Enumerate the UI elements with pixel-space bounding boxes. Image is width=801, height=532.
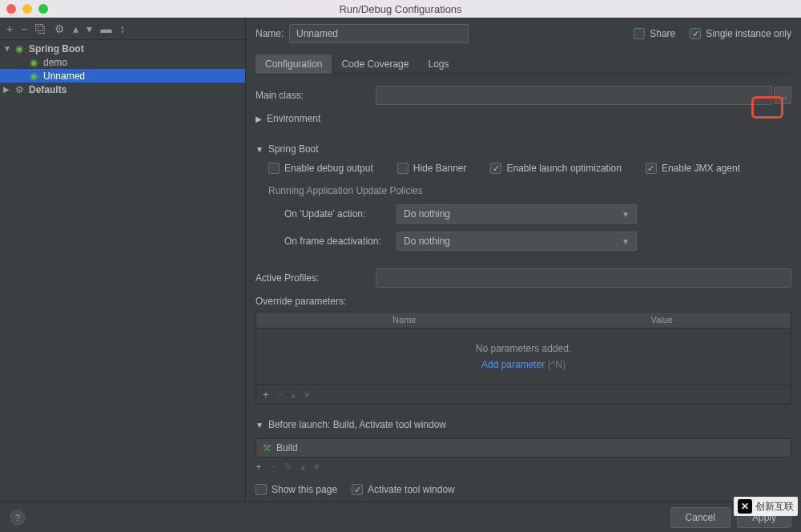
watermark: ✕创新互联: [734, 497, 798, 516]
params-table: Name Value No parameters added. Add para…: [256, 312, 791, 405]
remove-icon[interactable]: −: [21, 22, 27, 35]
build-icon: ⚒: [263, 442, 272, 453]
on-update-value: Do nothing: [404, 208, 450, 220]
copy-icon[interactable]: ⿻: [35, 22, 46, 35]
tree-label: Defaults: [29, 84, 66, 95]
environment-label: Environment: [267, 113, 320, 124]
activate-tool-label: Activate tool window: [368, 484, 455, 495]
chevron-down-icon: ▼: [622, 210, 630, 219]
config-tree: ▼ Spring Boot demo Unnamed ▶ Defaults: [0, 40, 245, 96]
tree-item-label: demo: [43, 57, 67, 68]
remove-icon[interactable]: −: [277, 389, 284, 401]
active-profiles-label: Active Profiles:: [256, 272, 328, 284]
spring-boot-section[interactable]: ▼ Spring Boot: [256, 143, 791, 155]
show-page-checkbox[interactable]: Show this page: [256, 484, 337, 495]
chevron-down-icon: ▼: [622, 237, 630, 246]
update-policies-label: Running Application Update Policies: [268, 185, 791, 196]
main-class-label: Main class:: [256, 90, 376, 101]
down-icon[interactable]: ▾: [304, 389, 310, 401]
add-param-hint: (^N): [548, 359, 566, 370]
col-value: Value: [533, 312, 791, 328]
no-params-text: No parameters added.: [271, 343, 776, 354]
tree-defaults[interactable]: ▶ Defaults: [0, 83, 245, 96]
tabs: Configuration Code Coverage Logs: [256, 54, 791, 75]
down-icon[interactable]: ▾: [87, 22, 92, 35]
enable-launch-checkbox[interactable]: Enable launch optimization: [490, 163, 621, 174]
up-icon[interactable]: ▴: [300, 461, 306, 473]
spring-icon: [27, 70, 40, 83]
expand-icon[interactable]: ▼: [3, 44, 13, 53]
chevron-down-icon: ▼: [256, 421, 264, 429]
on-frame-value: Do nothing: [404, 236, 450, 247]
on-update-label: On 'Update' action:: [284, 208, 396, 220]
on-frame-label: On frame deactivation:: [284, 236, 396, 247]
add-parameter-link[interactable]: Add parameter: [481, 359, 545, 370]
tree-spring-boot[interactable]: ▼ Spring Boot: [0, 42, 245, 55]
add-icon[interactable]: +: [256, 461, 262, 473]
spring-icon: [27, 56, 40, 69]
hide-banner-checkbox[interactable]: Hide Banner: [397, 163, 467, 174]
add-icon[interactable]: +: [6, 22, 13, 35]
help-button[interactable]: ?: [10, 510, 26, 526]
activate-tool-checkbox[interactable]: Activate tool window: [352, 484, 455, 495]
enable-jmx-label: Enable JMX agent: [662, 163, 740, 174]
show-page-label: Show this page: [272, 484, 337, 495]
build-label: Build: [276, 442, 298, 453]
maximize-window-button[interactable]: [38, 4, 48, 14]
window-title: Run/Debug Configurations: [339, 3, 461, 15]
active-profiles-input[interactable]: [376, 268, 791, 288]
tree-label: Spring Boot: [29, 43, 84, 54]
tree-item-label: Unnamed: [43, 71, 85, 82]
on-update-dropdown[interactable]: Do nothing ▼: [396, 204, 637, 224]
tab-code-coverage[interactable]: Code Coverage: [332, 54, 418, 74]
tree-item-demo[interactable]: demo: [0, 55, 245, 69]
browse-main-class-button[interactable]: …: [774, 87, 791, 104]
tab-configuration[interactable]: Configuration: [256, 54, 332, 74]
spring-boot-label: Spring Boot: [268, 143, 319, 155]
remove-icon[interactable]: −: [270, 461, 276, 473]
sort-icon[interactable]: ↕: [119, 22, 125, 35]
expand-icon[interactable]: ▶: [3, 85, 13, 94]
chevron-down-icon: ▼: [256, 145, 264, 154]
col-name: Name: [276, 312, 533, 328]
single-instance-checkbox[interactable]: Single instance only: [690, 28, 791, 39]
minimize-window-button[interactable]: [22, 4, 32, 14]
enable-jmx-checkbox[interactable]: Enable JMX agent: [646, 163, 740, 174]
spring-icon: [13, 42, 26, 55]
config-toolbar: + − ⿻ ⚙ ▴ ▾ ▬ ↕: [0, 18, 245, 40]
enable-debug-label: Enable debug output: [284, 163, 373, 174]
single-instance-label: Single instance only: [706, 28, 791, 39]
name-input[interactable]: [289, 24, 469, 43]
hide-banner-label: Hide Banner: [413, 163, 467, 174]
up-icon[interactable]: ▴: [73, 22, 78, 35]
right-panel: Name: Share Single instance only Configu…: [246, 18, 801, 502]
tab-logs[interactable]: Logs: [418, 54, 458, 74]
folder-icon[interactable]: ▬: [100, 22, 111, 35]
left-panel: + − ⿻ ⚙ ▴ ▾ ▬ ↕ ▼ Spring Boot demo U: [0, 18, 246, 502]
build-task-row[interactable]: ⚒ Build: [256, 438, 791, 457]
edit-icon[interactable]: ✎: [284, 461, 292, 473]
enable-launch-label: Enable launch optimization: [506, 163, 621, 174]
down-icon[interactable]: ▾: [314, 461, 320, 473]
override-params-label: Override parameters:: [256, 296, 791, 307]
on-frame-dropdown[interactable]: Do nothing ▼: [396, 232, 637, 251]
share-label: Share: [650, 28, 675, 39]
chevron-right-icon: ▶: [256, 115, 262, 123]
up-icon[interactable]: ▴: [291, 389, 296, 401]
add-icon[interactable]: +: [263, 389, 269, 401]
enable-debug-checkbox[interactable]: Enable debug output: [268, 163, 373, 174]
main-class-input[interactable]: [376, 86, 772, 105]
save-icon[interactable]: ⚙: [54, 22, 65, 35]
tree-item-unnamed[interactable]: Unnamed: [0, 69, 245, 83]
gear-icon: [13, 83, 26, 96]
titlebar: Run/Debug Configurations: [0, 0, 801, 18]
footer: ? Cancel Apply: [0, 502, 801, 532]
close-window-button[interactable]: [6, 4, 16, 14]
before-launch-section[interactable]: ▼ Before launch: Build, Activate tool wi…: [256, 419, 791, 430]
cancel-button[interactable]: Cancel: [670, 507, 731, 528]
name-label: Name:: [256, 28, 289, 39]
before-launch-label: Before launch: Build, Activate tool wind…: [268, 419, 446, 430]
share-checkbox[interactable]: Share: [634, 28, 675, 39]
environment-section[interactable]: ▶ Environment: [256, 113, 791, 124]
